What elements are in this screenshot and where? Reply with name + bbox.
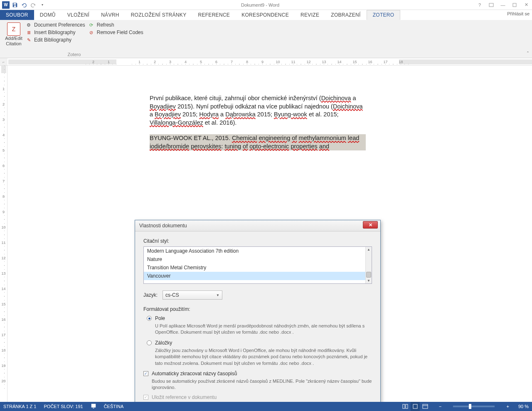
gear-icon: ⚙ [26, 22, 32, 28]
radio-fields-description: U Polí aplikace Microsoft Word je menší … [155, 323, 372, 336]
citation-style-label: Citační styl: [143, 238, 372, 244]
quick-access-toolbar: W ▾ [0, 1, 47, 9]
maximize-icon[interactable] [509, 0, 520, 10]
ribbon-group-label: Zotero [3, 52, 145, 58]
tab-review[interactable]: REVIZE [295, 10, 325, 20]
statusbar: STRÁNKA 1 Z 1 POČET SLOV: 191 ČEŠTINA − … [0, 402, 532, 411]
ribbon-tabs: SOUBOR DOMŮ VLOŽENÍ NÁVRH ROZLOŽENÍ STRÁ… [0, 10, 532, 20]
tab-home[interactable]: DOMŮ [34, 10, 62, 20]
checkbox-auto-abbrev-label: Automaticky zkracovat názvy časopisů [152, 371, 237, 377]
refresh-button[interactable]: ⟳Refresh [87, 22, 145, 28]
zoom-thumb[interactable] [469, 404, 471, 409]
view-read-mode-icon[interactable] [401, 402, 410, 411]
document-page[interactable]: První publikace, které cituji, zahrnují … [116, 71, 399, 181]
close-icon[interactable]: ✕ [520, 0, 532, 10]
zotero-citation-icon: Z [7, 22, 20, 36]
insert-bibliography-button[interactable]: ≣Insert Bibliography [24, 29, 87, 36]
format-using-label: Formátovat použitím: [143, 306, 372, 312]
word-count[interactable]: POČET SLOV: 191 [44, 404, 83, 409]
collapse-ribbon-icon[interactable]: ˆ [527, 51, 529, 57]
document-title: Dokument9 - Word [47, 2, 474, 7]
qat-customize-icon[interactable]: ▾ [38, 1, 47, 9]
refresh-label: Refresh [97, 22, 114, 28]
language-select[interactable]: cs-CS ▼ [163, 290, 222, 300]
tab-zotero[interactable]: ZOTERO [367, 10, 401, 20]
svg-rect-0 [489, 3, 493, 7]
dialog-close-button[interactable]: ✕ [363, 221, 378, 229]
ribbon: Z Add/Edit Citation ⚙Document Preference… [0, 20, 532, 58]
save-icon[interactable] [11, 1, 19, 9]
paragraph-2[interactable]: BYUNG-WOOK ET AL., 2015. Chemical engine… [150, 134, 366, 150]
document-properties-dialog: Vlastnosti dokumentu ✕ Citační styl: Mod… [135, 220, 381, 402]
svg-rect-1 [513, 3, 516, 7]
radio-fields-label: Pole [155, 315, 165, 321]
tab-view[interactable]: ZOBRAZENÍ [325, 10, 366, 20]
edit-bibliography-button[interactable]: ✎Edit Bibliography [24, 37, 87, 43]
citation-style-listbox[interactable]: Modern Language Association 7th edition … [143, 246, 372, 284]
add-edit-citation-button[interactable]: Z Add/Edit Citation [3, 21, 24, 47]
remove-codes-icon: ⊘ [89, 30, 94, 35]
zoom-level[interactable]: 90 % [518, 404, 529, 409]
radio-bookmarks-description: Záložky jsou zachovány u Microsoft Word … [155, 347, 372, 367]
remove-field-codes-label: Remove Field Codes [97, 30, 143, 35]
paragraph-1[interactable]: První publikace, které cituji, zahrnují … [150, 94, 366, 127]
zoom-slider[interactable] [453, 406, 495, 407]
document-preferences-label: Document Preferences [34, 22, 85, 28]
radio-fields[interactable] [147, 316, 152, 321]
minimize-icon[interactable]: — [497, 0, 509, 10]
ribbon-group-zotero: Z Add/Edit Citation ⚙Document Preference… [0, 20, 148, 58]
svg-rect-2 [403, 404, 405, 409]
checkbox-store-refs-label: Uložit reference v dokumentu [152, 394, 217, 400]
scroll-up-icon[interactable]: ▲ [366, 247, 372, 252]
radio-bookmarks-label: Záložky [155, 340, 172, 346]
chevron-down-icon: ▼ [216, 293, 219, 297]
language-value: cs-CS [165, 292, 179, 298]
listbox-scrollbar[interactable]: ▲ ▼ [365, 247, 372, 283]
redo-icon[interactable] [29, 1, 37, 9]
word-app-icon[interactable]: W [2, 1, 10, 9]
ribbon-display-icon[interactable] [485, 0, 497, 10]
edit-bibliography-label: Edit Bibliography [34, 37, 71, 43]
scroll-thumb[interactable] [366, 272, 371, 278]
window-controls: ? — ✕ [474, 0, 532, 10]
tab-mailings[interactable]: KORESPONDENCE [236, 10, 295, 20]
undo-icon[interactable] [20, 1, 28, 9]
language-indicator[interactable]: ČEŠTINA [104, 404, 124, 409]
style-option-nature[interactable]: Nature [144, 255, 365, 263]
proofing-icon[interactable] [91, 403, 96, 410]
tab-layout[interactable]: ROZLOŽENÍ STRÁNKY [125, 10, 192, 20]
style-option-vancouver[interactable]: Vancouver [144, 272, 365, 280]
edit-bibliography-icon: ✎ [26, 37, 32, 43]
scroll-down-icon[interactable]: ▼ [366, 278, 372, 283]
radio-bookmarks[interactable] [147, 340, 152, 345]
titlebar: W ▾ Dokument9 - Word ? — ✕ [0, 0, 532, 10]
svg-rect-3 [406, 404, 408, 409]
tab-design[interactable]: NÁVRH [95, 10, 125, 20]
zoom-out-button[interactable]: − [437, 404, 443, 409]
view-print-layout-icon[interactable] [411, 402, 420, 411]
workspace: 1234567891011121314151617181920 První pu… [0, 66, 532, 402]
page-indicator[interactable]: STRÁNKA 1 Z 1 [3, 404, 36, 409]
add-edit-citation-label: Add/Edit Citation [4, 36, 23, 47]
view-web-layout-icon[interactable] [421, 402, 430, 411]
svg-rect-4 [413, 404, 417, 409]
document-preferences-button[interactable]: ⚙Document Preferences [24, 22, 87, 28]
bibliography-icon: ≣ [26, 30, 32, 35]
tab-insert[interactable]: VLOŽENÍ [62, 10, 95, 20]
dialog-title-text: Vlastnosti dokumentu [139, 223, 187, 229]
auto-abbrev-description: Budou se automaticky používat zkrácené n… [152, 378, 372, 391]
help-icon[interactable]: ? [474, 0, 485, 10]
style-option-mla[interactable]: Modern Language Association 7th edition [144, 247, 365, 255]
checkbox-store-refs: ✓ [143, 395, 148, 400]
tab-references[interactable]: REFERENCE [192, 10, 236, 20]
zoom-in-button[interactable]: + [505, 404, 510, 409]
remove-field-codes-button[interactable]: ⊘Remove Field Codes [87, 29, 145, 36]
tab-file[interactable]: SOUBOR [0, 10, 34, 20]
style-option-tmc[interactable]: Transition Metal Chemistry [144, 263, 365, 272]
sign-in-link[interactable]: Přihlásit se [507, 11, 530, 16]
checkbox-auto-abbrev[interactable]: ✓ [143, 371, 148, 376]
dialog-titlebar[interactable]: Vlastnosti dokumentu ✕ [135, 220, 380, 231]
horizontal-ruler[interactable]: ⌐ 21123456789101112131415161718 [0, 58, 532, 66]
vertical-ruler[interactable]: 1234567891011121314151617181920 [0, 66, 7, 402]
svg-rect-5 [423, 404, 428, 409]
